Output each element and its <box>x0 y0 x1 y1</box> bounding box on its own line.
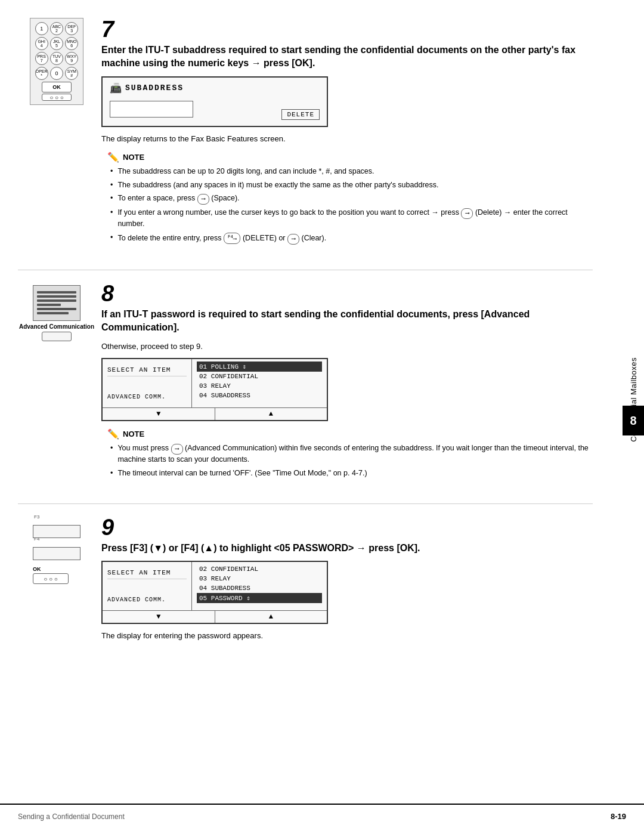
ok-key-dots: ○ ○ ○ <box>42 94 72 101</box>
note8-item-1: • You must press ⟶ (Advanced Communicati… <box>107 443 593 465</box>
step7-note-label: NOTE <box>123 153 144 162</box>
f3-key-container: F3 <box>33 519 80 538</box>
step9-content: 9 Press [F3] (▼) or [F4] (▲) to highligh… <box>95 516 593 647</box>
note-text-1: The subaddress can be up to 20 digits lo… <box>117 166 593 177</box>
bullet8-1: • <box>110 443 113 465</box>
f4-key[interactable] <box>33 547 80 560</box>
adv-comm-box: Advanced Communication <box>19 285 94 341</box>
menu-arrows-2: ▼ ▲ <box>103 610 327 623</box>
menu2-item-05-text: 05 PASSWORD ⇕ <box>199 594 250 602</box>
step7-content: 7 Enter the ITU-T subaddress required to… <box>95 18 593 252</box>
adv-line-4 <box>37 304 61 306</box>
main-content: 1 ABC2 DEF3 GHI4 JKL5 MNO6 PRS7 TUV8 W <box>0 0 623 828</box>
key-hash: SYM# <box>65 67 78 80</box>
subaddress-screen: 📠 SUBADDRESS DELETE <box>101 76 328 127</box>
subaddress-screen-title: SUBADDRESS <box>125 84 184 92</box>
step9-ok-label: OK <box>33 566 41 572</box>
menu2-item-02-text: 02 CONFIDENTIAL <box>199 566 258 573</box>
page-container: Confidential Mailboxes 8 1 ABC2 DEF3 GHI… <box>0 0 644 828</box>
note-item-1: • The subaddress can be up to 20 digits … <box>107 166 593 177</box>
menu-left-1: SELECT AN ITEM ADVANCED COMM. <box>103 359 192 407</box>
chapter-box: 8 <box>623 406 644 435</box>
bullet-5: • <box>110 233 113 245</box>
menu-select-label: SELECT AN ITEM <box>107 364 187 376</box>
f4-label: F4 <box>34 536 39 542</box>
fax-icon: 📠 <box>110 82 122 94</box>
menu2-item-03-text: 03 RELAY <box>199 575 231 582</box>
footer-right-text: 8-19 <box>611 812 626 821</box>
adv-comm-button[interactable] <box>42 332 72 341</box>
key-7: PRS7 <box>35 52 48 65</box>
menu2-item-05: 05 PASSWORD ⇕ <box>197 593 322 603</box>
ok-key-label: OK <box>42 82 72 92</box>
step8-section: Advanced Communication 8 If an ITU-T pas… <box>18 282 593 486</box>
note-text-3: To enter a space, press ⟶ (Space). <box>117 193 593 205</box>
f3-key[interactable] <box>33 525 80 538</box>
adv-line-2 <box>37 295 76 298</box>
menu2-item-04: 04 SUBADDRESS <box>197 583 322 593</box>
keypad-row-1: 1 ABC2 DEF3 <box>34 22 79 35</box>
menu-arrows-1: ▼ ▲ <box>103 407 327 420</box>
delete-button[interactable]: DELETE <box>281 109 320 120</box>
step9-section: F3 F4 OK ○ ○ ○ 9 <box>18 516 593 647</box>
key-4: GHI4 <box>35 37 48 50</box>
menu-item-04: 04 SUBADDRESS <box>197 391 322 400</box>
keypad-row-4: OPER* 0 SYM# <box>34 67 79 80</box>
step7-left: 1 ABC2 DEF3 GHI4 JKL5 MNO6 PRS7 TUV8 W <box>18 18 95 110</box>
adv-line-6 <box>37 312 69 314</box>
menu-item-01-text: 01 POLLING ⇕ <box>199 363 246 370</box>
step7-title: Enter the ITU-T subaddress required to s… <box>101 44 593 70</box>
subaddress-input-area <box>110 101 193 118</box>
chapter-number: 8 <box>630 414 636 428</box>
menu-up-arrow[interactable]: ▲ <box>215 408 327 420</box>
step8-desc: Otherwise, proceed to step 9. <box>101 341 593 353</box>
note-pencil-icon-2: ✏️ <box>107 428 119 440</box>
note-text-2: The subaddress (and any spaces in it) mu… <box>117 180 593 191</box>
note-item-2: • The subaddress (and any spaces in it) … <box>107 180 593 191</box>
note8-text-1: You must press ⟶ (Advanced Communication… <box>117 443 593 465</box>
note8-text-2: The timeout interval can be turned 'OFF'… <box>117 468 593 479</box>
space-button: ⟶ <box>197 194 209 205</box>
key-2: ABC2 <box>50 22 63 35</box>
step8-content: 8 If an ITU-T password is required to st… <box>95 282 593 486</box>
step8-number: 8 <box>101 282 593 305</box>
menu2-item-03: 03 RELAY <box>197 574 322 583</box>
menu2-up-arrow[interactable]: ▲ <box>215 611 327 623</box>
step8-title: If an ITU-T password is required to star… <box>101 308 593 335</box>
key-1: 1 <box>35 22 48 35</box>
menu-left-2: SELECT AN ITEM ADVANCED COMM. <box>103 562 192 610</box>
menu-right-1: 01 POLLING ⇕ 02 CONFIDENTIAL 03 RELAY 04… <box>192 359 327 407</box>
key-9: WXY9 <box>65 52 78 65</box>
key-star: OPER* <box>35 67 48 80</box>
bullet-2: • <box>110 180 113 191</box>
subaddress-screen-body: DELETE <box>110 97 320 121</box>
step9-desc: The display for entering the password ap… <box>101 630 593 642</box>
adv-comm-lines <box>33 288 80 318</box>
adv-comm-label: Advanced Communication <box>19 323 94 330</box>
f4-key-container: F4 <box>33 541 80 560</box>
bullet-4: • <box>110 208 113 230</box>
side-tab: Confidential Mailboxes <box>623 0 644 799</box>
adv-comm-inline-btn: ⟶ <box>171 444 183 455</box>
delete-key-button: ⟶ <box>461 208 473 219</box>
adv-line-3 <box>37 299 76 302</box>
bullet-1: • <box>110 166 113 177</box>
step7-note-header: ✏️ NOTE <box>107 152 593 163</box>
menu-adv-label: ADVANCED COMM. <box>107 391 187 403</box>
key-0: 0 <box>50 67 63 80</box>
menu-item-04-text: 04 SUBADDRESS <box>199 392 250 399</box>
menu-item-03-text: 03 RELAY <box>199 382 231 390</box>
divider-1 <box>18 270 593 270</box>
keypad-row-2: GHI4 JKL5 MNO6 <box>34 37 79 50</box>
menu2-item-02: 02 CONFIDENTIAL <box>197 564 322 574</box>
keypad-illustration: 1 ABC2 DEF3 GHI4 JKL5 MNO6 PRS7 TUV8 W <box>30 18 83 105</box>
ok-key-container: OK ○ ○ ○ <box>33 566 69 584</box>
fn-keys-box: F3 F4 OK ○ ○ ○ <box>33 519 80 584</box>
ok-key-step9[interactable]: ○ ○ ○ <box>33 573 69 584</box>
menu-item-01: 01 POLLING ⇕ <box>197 362 322 372</box>
menu-down-arrow[interactable]: ▼ <box>103 408 215 420</box>
step7-section: 1 ABC2 DEF3 GHI4 JKL5 MNO6 PRS7 TUV8 W <box>18 18 593 252</box>
menu2-down-arrow[interactable]: ▼ <box>103 611 215 623</box>
step9-left: F3 F4 OK ○ ○ ○ <box>18 516 95 584</box>
menu-adv-label-2: ADVANCED COMM. <box>107 594 187 605</box>
